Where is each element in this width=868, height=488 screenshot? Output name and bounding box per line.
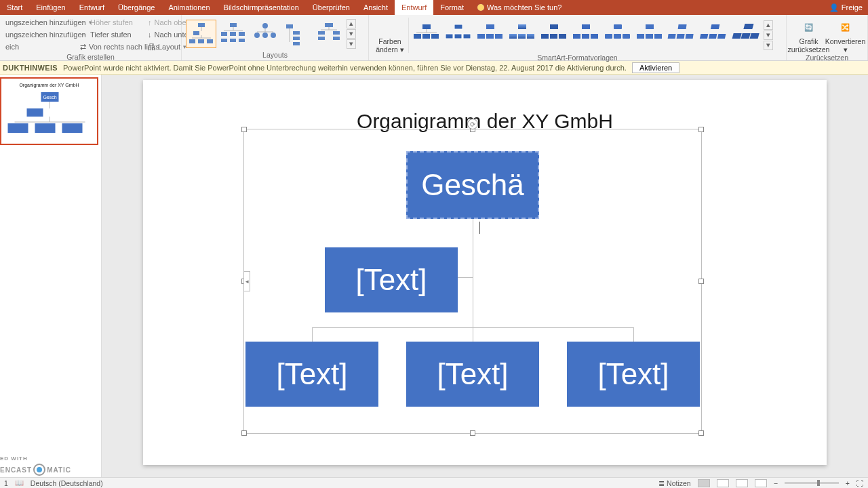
- layouts-more[interactable]: ▾: [347, 39, 356, 49]
- layouts-scroll-up[interactable]: ▴: [347, 19, 356, 28]
- style-option-3[interactable]: [474, 21, 506, 49]
- add-bullet-button[interactable]: ungszeichen hinzufügen▾: [4, 16, 76, 28]
- org-node-assistant[interactable]: [Text]: [325, 247, 458, 312]
- fit-to-window[interactable]: ⛶: [856, 479, 864, 487]
- tab-start[interactable]: Start: [0, 0, 29, 15]
- tab-entwurf[interactable]: Entwurf: [73, 0, 111, 15]
- svg-rect-26: [293, 37, 300, 40]
- resize-handle-br[interactable]: [698, 430, 704, 436]
- tab-uebergaenge[interactable]: Übergänge: [111, 0, 161, 15]
- svg-rect-84: [27, 108, 43, 117]
- move-up-button[interactable]: ↑ Nach oben: [146, 16, 187, 28]
- convert-button[interactable]: 🔀 Konvertieren▾: [829, 16, 863, 54]
- svg-rect-54: [541, 34, 549, 39]
- status-bar: 1 📖 Deutsch (Deutschland) ≣ Notizen − + …: [0, 477, 868, 488]
- text-pane-button[interactable]: eich: [4, 41, 76, 53]
- slide-thumbnail-1[interactable]: Organigramm der XY GmbH Gesch: [0, 77, 98, 145]
- layout-option-2[interactable]: [218, 20, 248, 48]
- smartart-selection-frame[interactable]: ⟳ ◂ Geschä [Text] [Text] [Text] [Text]: [243, 129, 702, 434]
- layout-dropdown[interactable]: 品 Layout▾: [146, 41, 187, 53]
- svg-rect-80: [749, 33, 759, 39]
- resize-handle-r[interactable]: [698, 279, 704, 284]
- reset-graphic-button[interactable]: 🔄 Grafikzurücksetzen: [792, 16, 826, 54]
- svg-rect-77: [743, 24, 753, 29]
- org-node-child-3[interactable]: [Text]: [567, 342, 700, 407]
- style-option-10[interactable]: [697, 21, 729, 49]
- style-option-8[interactable]: [633, 21, 665, 49]
- zoom-out[interactable]: −: [774, 479, 778, 487]
- svg-rect-32: [333, 31, 340, 35]
- language-status[interactable]: Deutsch (Deutschland): [31, 479, 103, 487]
- tab-einfuegen[interactable]: Einfügen: [29, 0, 72, 15]
- rtl-button[interactable]: ⇄ Von rechts nach links: [79, 41, 144, 53]
- svg-rect-48: [495, 34, 502, 39]
- style-option-2[interactable]: [442, 21, 474, 49]
- org-node-child-1[interactable]: [Text]: [245, 342, 378, 407]
- svg-rect-50: [509, 34, 517, 39]
- zoom-slider[interactable]: [785, 482, 839, 484]
- styles-scroll-down[interactable]: ▾: [764, 30, 773, 40]
- rotate-handle[interactable]: ⟳: [467, 119, 478, 129]
- account-button[interactable]: 👤 Freige: [824, 0, 868, 15]
- thumb-title: Organigramm der XY GmbH: [7, 83, 92, 87]
- org-node-top[interactable]: Geschä: [406, 151, 539, 219]
- svg-rect-64: [623, 34, 630, 39]
- layout-option-3[interactable]: [250, 20, 280, 48]
- styles-scroll-up[interactable]: ▴: [764, 20, 773, 30]
- convert-icon: 🔀: [837, 19, 854, 37]
- tab-format[interactable]: Format: [433, 0, 471, 15]
- layouts-scroll-down[interactable]: ▾: [347, 29, 356, 39]
- demote-button[interactable]: → Tiefer stufen: [79, 28, 144, 41]
- style-option-1[interactable]: [410, 21, 442, 49]
- svg-rect-47: [486, 34, 494, 39]
- tab-ansicht[interactable]: Ansicht: [357, 0, 395, 15]
- tab-animationen[interactable]: Animationen: [161, 0, 216, 15]
- view-sorter[interactable]: [717, 479, 729, 487]
- slide[interactable]: Organigramm der XY GmbH ⟳ ◂ Ges: [143, 80, 827, 465]
- style-option-6[interactable]: [570, 21, 601, 49]
- style-option-7[interactable]: [601, 21, 633, 49]
- layout-option-4[interactable]: [281, 20, 312, 48]
- style-option-4[interactable]: [506, 21, 538, 49]
- org-node-child-2[interactable]: [Text]: [406, 342, 539, 407]
- spellcheck-icon[interactable]: 📖: [15, 479, 24, 487]
- group-label-styles: SmartArt-Formatvorlagen: [369, 54, 786, 63]
- layout-option-1[interactable]: [186, 20, 216, 48]
- change-colors-button[interactable]: Farbenändern ▾: [373, 16, 407, 54]
- svg-rect-67: [646, 34, 653, 39]
- connector: [312, 327, 313, 342]
- style-option-9[interactable]: [665, 21, 697, 49]
- styles-more[interactable]: ▾: [764, 41, 773, 50]
- tell-me-search[interactable]: Was möchten Sie tun?: [471, 0, 568, 15]
- resize-handle-tr[interactable]: [698, 127, 704, 132]
- promote-button[interactable]: ← Höher stufen: [79, 16, 144, 28]
- view-reading[interactable]: [736, 479, 748, 487]
- svg-rect-0: [198, 23, 205, 27]
- activate-button[interactable]: Aktivieren: [632, 62, 679, 73]
- svg-rect-40: [431, 34, 439, 39]
- tab-bildschirmpraesentation[interactable]: Bildschirmpräsentation: [217, 0, 306, 15]
- tab-smartart-entwurf[interactable]: Entwurf: [395, 0, 433, 15]
- resize-handle-b[interactable]: [470, 430, 475, 436]
- zoom-in[interactable]: +: [846, 479, 850, 487]
- resize-handle-bl[interactable]: [241, 430, 247, 436]
- text-cursor: [479, 222, 480, 234]
- style-option-11[interactable]: [729, 21, 761, 49]
- tab-ueberpruefen[interactable]: Überprüfen: [306, 0, 357, 15]
- move-down-button[interactable]: ↓ Nach unten: [146, 28, 187, 41]
- svg-rect-61: [614, 24, 622, 29]
- layout-option-5[interactable]: [313, 20, 344, 48]
- resize-handle-tl[interactable]: [241, 127, 247, 132]
- svg-rect-49: [518, 24, 526, 29]
- ribbon: ungszeichen hinzufügen▾ ungszeichen hinz…: [0, 15, 868, 61]
- slide-thumbnail-panel: Organigramm der XY GmbH Gesch: [0, 75, 102, 477]
- tell-me-label: Was möchten Sie tun?: [487, 3, 561, 12]
- style-option-5[interactable]: [538, 21, 570, 49]
- svg-rect-62: [605, 34, 612, 39]
- text-pane-expander[interactable]: ◂: [243, 271, 250, 291]
- svg-rect-27: [293, 42, 300, 45]
- view-normal[interactable]: [698, 479, 710, 487]
- notes-button[interactable]: ≣ Notizen: [658, 479, 691, 487]
- add-bullet-button-2[interactable]: ungszeichen hinzufügen: [4, 28, 76, 41]
- view-slideshow[interactable]: [755, 479, 767, 487]
